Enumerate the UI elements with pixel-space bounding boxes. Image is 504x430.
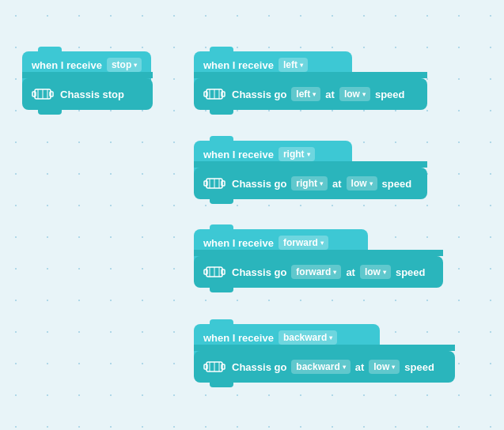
chassis-icon: [202, 85, 227, 104]
forward-value: forward: [283, 237, 318, 248]
right-value: right: [283, 149, 305, 160]
left-dir-dropdown[interactable]: left ▾: [291, 87, 320, 101]
left-dir-value: left: [296, 89, 310, 100]
svg-rect-8: [222, 92, 225, 96]
chevron-down-icon: ▾: [392, 364, 395, 371]
stop-dropdown[interactable]: stop ▾: [107, 58, 142, 72]
left-action-block[interactable]: Chassis go left ▾ at low ▾ speed: [194, 78, 427, 110]
backward-action-block[interactable]: Chassis go backward ▾ at low ▾ speed: [194, 351, 455, 383]
chevron-down-icon: ▾: [300, 62, 303, 69]
stop-value: stop: [112, 59, 131, 70]
chevron-down-icon: ▾: [307, 151, 310, 158]
chevron-down-icon: ▾: [313, 91, 316, 98]
chassis-icon: [202, 357, 227, 376]
svg-rect-25: [204, 364, 207, 369]
backward-dir-dropdown[interactable]: backward ▾: [291, 360, 350, 374]
right-speed-value: low: [351, 178, 367, 189]
chassis-go-label: Chassis go: [232, 266, 286, 278]
chassis-stop-label: Chassis stop: [60, 89, 124, 100]
when-i-receive-label: when I receive: [203, 237, 274, 249]
svg-rect-1: [32, 92, 36, 96]
notch-top: [38, 47, 62, 51]
left-speed-dropdown[interactable]: low ▾: [339, 87, 370, 101]
chassis-icon: [202, 174, 227, 193]
backward-value: backward: [283, 332, 327, 343]
chevron-down-icon: ▾: [383, 269, 386, 276]
backward-dir-value: backward: [296, 361, 339, 372]
chevron-down-icon: ▾: [320, 240, 324, 247]
when-i-receive-label: when I receive: [203, 59, 274, 71]
svg-rect-26: [222, 364, 225, 369]
svg-rect-19: [204, 270, 207, 274]
left-dropdown[interactable]: left ▾: [279, 58, 308, 72]
forward-dir-dropdown[interactable]: forward ▾: [291, 265, 341, 279]
when-i-receive-label: when I receive: [203, 149, 274, 160]
speed-label: speed: [382, 178, 412, 190]
right-block-group: when I receive right ▾ Chassis go right …: [194, 141, 427, 199]
forward-dropdown[interactable]: forward ▾: [279, 236, 328, 250]
notch-top: [210, 47, 233, 51]
right-dir-value: right: [296, 178, 317, 189]
at-label: at: [346, 266, 355, 278]
at-label: at: [332, 178, 342, 190]
chassis-go-label: Chassis go: [232, 361, 286, 373]
chevron-down-icon: ▾: [343, 364, 346, 371]
backward-block-group: when I receive backward ▾ Chassis go bac…: [194, 324, 455, 383]
notch-top: [210, 319, 233, 324]
forward-block-group: when I receive forward ▾ Chassis go forw…: [194, 229, 443, 288]
right-speed-dropdown[interactable]: low ▾: [347, 176, 377, 190]
svg-rect-2: [50, 92, 53, 96]
backward-speed-dropdown[interactable]: low ▾: [369, 360, 400, 374]
right-action-block[interactable]: Chassis go right ▾ at low ▾ speed: [194, 168, 427, 199]
chassis-icon: [30, 85, 55, 104]
notch-bottom: [210, 288, 233, 292]
chevron-down-icon: ▾: [134, 62, 137, 69]
chassis-go-label: Chassis go: [232, 178, 286, 190]
when-i-receive-label: when I receive: [203, 332, 274, 344]
chassis-icon: [202, 262, 227, 281]
svg-rect-20: [222, 270, 225, 274]
chevron-down-icon: ▾: [369, 180, 373, 187]
forward-dir-value: forward: [296, 266, 331, 277]
forward-speed-dropdown[interactable]: low ▾: [360, 265, 391, 279]
forward-action-block[interactable]: Chassis go forward ▾ at low ▾ speed: [194, 256, 443, 288]
svg-rect-14: [222, 181, 225, 186]
at-label: at: [355, 361, 365, 373]
left-block-group: when I receive left ▾ Chassis go left ▾ …: [194, 51, 427, 110]
notch-top: [210, 136, 233, 141]
notch-bottom: [38, 110, 62, 115]
chevron-down-icon: ▾: [329, 334, 332, 341]
svg-rect-13: [204, 181, 207, 186]
chevron-down-icon: ▾: [362, 91, 366, 98]
left-value: left: [283, 59, 297, 70]
backward-speed-value: low: [373, 361, 389, 372]
chevron-down-icon: ▾: [320, 180, 323, 187]
right-dir-dropdown[interactable]: right ▾: [291, 176, 328, 190]
chassis-go-label: Chassis go: [232, 89, 286, 100]
stop-action-block[interactable]: Chassis stop: [22, 78, 153, 110]
at-label: at: [325, 89, 335, 100]
forward-speed-value: low: [365, 266, 381, 277]
backward-dropdown[interactable]: backward ▾: [279, 330, 337, 345]
notch-bottom: [210, 383, 233, 387]
left-speed-value: low: [344, 89, 360, 100]
speed-label: speed: [396, 266, 426, 278]
speed-label: speed: [375, 89, 405, 100]
notch-bottom: [210, 110, 233, 115]
svg-rect-7: [204, 92, 207, 96]
notch-top: [210, 224, 233, 229]
speed-label: speed: [404, 361, 434, 373]
right-dropdown[interactable]: right ▾: [279, 147, 315, 161]
when-i-receive-label: when I receive: [32, 59, 102, 71]
notch-bottom: [210, 199, 233, 204]
chevron-down-icon: ▾: [333, 269, 336, 276]
stop-block-group: when I receive stop ▾ Chassis stop: [22, 51, 153, 110]
